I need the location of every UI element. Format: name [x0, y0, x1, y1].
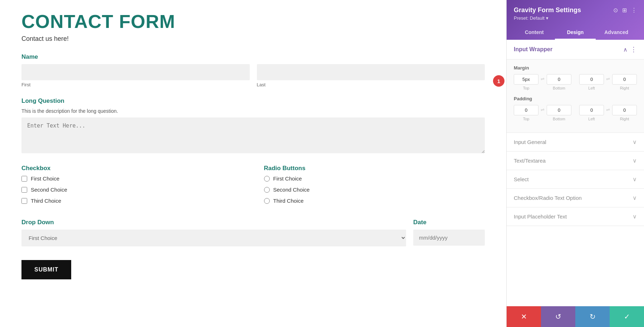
padding-right-group: Right [612, 105, 637, 121]
radio-first[interactable] [264, 176, 270, 182]
padding-lr-link-icon: ⇌ [606, 105, 610, 112]
first-name-col: First [21, 64, 250, 87]
undo-button[interactable]: ↺ [541, 306, 575, 327]
list-item: Third Choice [21, 198, 243, 204]
form-title: CONTACT FORM [21, 11, 485, 32]
margin-inputs-row: Top ⇌ Bottom Left ⇌ Ri [514, 74, 637, 90]
checkbox-list: First Choice Second Choice Third Choice [21, 175, 243, 204]
margin-right-input[interactable] [612, 74, 637, 85]
radio-third[interactable] [264, 198, 270, 204]
radio-second-label: Second Choice [273, 187, 310, 193]
radio-third-label: Third Choice [273, 198, 304, 204]
chevron-down-icon-3: ∨ [633, 176, 637, 183]
dropdown-date-group: Drop Down First Choice Second Choice Thi… [21, 219, 485, 246]
panel-header: Gravity Form Settings ⊙ ⊞ ⋮ Preset: Defa… [507, 0, 644, 40]
long-question-label: Long Question [21, 97, 485, 105]
chevron-down-icon-5: ∨ [633, 213, 637, 220]
list-item: First Choice [21, 175, 243, 182]
margin-top-input[interactable] [514, 74, 538, 85]
margin-top-group: Top [514, 74, 538, 90]
undo-icon: ↺ [555, 312, 561, 321]
input-wrapper-controls: ∧ ⋮ [623, 45, 637, 53]
list-item: Third Choice [264, 198, 485, 204]
checkbox-second[interactable] [21, 187, 27, 193]
margin-bottom-group: Bottom [547, 74, 571, 90]
margin-bottom-label: Bottom [553, 86, 565, 90]
submit-group: Submit [21, 256, 485, 279]
padding-top-input[interactable] [514, 105, 538, 115]
preset-row: Preset: Default ▾ [514, 15, 637, 21]
dropdown-col: Drop Down First Choice Second Choice Thi… [21, 219, 406, 246]
panel-bottom-bar: ✕ ↺ ↻ ✓ [507, 306, 644, 327]
margin-left-input[interactable] [579, 74, 604, 85]
form-subtitle: Contact us here! [21, 35, 485, 43]
padding-bottom-label: Bottom [553, 117, 565, 121]
radio-label: Radio Buttons [264, 165, 485, 172]
list-item: Second Choice [264, 187, 485, 193]
margin-left-label: Left [588, 86, 595, 90]
last-name-input[interactable] [257, 64, 485, 80]
columns-icon[interactable]: ⊞ [622, 7, 627, 14]
margin-left-group: Left [579, 74, 604, 90]
padding-left-input[interactable] [579, 105, 604, 115]
input-placeholder-text-section[interactable]: Input Placeholder Text ∨ [507, 207, 644, 226]
section-dots-icon[interactable]: ⋮ [630, 45, 637, 53]
settings-panel: Gravity Form Settings ⊙ ⊞ ⋮ Preset: Defa… [506, 0, 644, 327]
input-general-section[interactable]: Input General ∨ [507, 133, 644, 152]
name-row: First Last [21, 64, 485, 87]
long-question-field-group: Long Question This is the description fo… [21, 97, 485, 155]
chevron-down-icon-4: ∨ [633, 194, 637, 201]
panel-title-row: Gravity Form Settings ⊙ ⊞ ⋮ [514, 6, 637, 14]
preset-label[interactable]: Preset: Default ▾ [514, 15, 548, 21]
radio-second[interactable] [264, 187, 270, 193]
radio-list: First Choice Second Choice Third Choice [264, 175, 485, 204]
first-name-input[interactable] [21, 64, 250, 80]
tab-advanced[interactable]: Advanced [596, 26, 637, 40]
panel-tabs: Content Design Advanced [514, 26, 637, 40]
long-question-description: This is the description for the long que… [21, 108, 485, 114]
padding-right-input[interactable] [612, 105, 637, 115]
padding-left-group: Left [579, 105, 604, 121]
panel-title: Gravity Form Settings [514, 6, 581, 14]
select-section[interactable]: Select ∨ [507, 170, 644, 189]
checkbox-third[interactable] [21, 198, 27, 204]
margin-section: Margin Top ⇌ Bottom Left [514, 65, 637, 90]
close-button[interactable]: ✕ [507, 306, 541, 327]
padding-section: Padding Top ⇌ Bottom Left [514, 96, 637, 121]
dropdown-select[interactable]: First Choice Second Choice Third Choice [21, 230, 406, 246]
date-input[interactable] [413, 230, 485, 246]
form-area: CONTACT FORM Contact us here! Name First… [0, 0, 506, 327]
checkbox-first[interactable] [21, 176, 27, 182]
checkbox-radio-text-section[interactable]: Checkbox/Radio Text Option ∨ [507, 189, 644, 207]
checkbox-first-label: First Choice [31, 175, 59, 182]
margin-top-label: Top [523, 86, 530, 90]
close-icon: ✕ [521, 312, 527, 321]
long-question-textarea[interactable] [21, 117, 485, 153]
padding-left-label: Left [588, 117, 595, 121]
first-name-sub-label: First [21, 82, 250, 87]
chevron-up-icon[interactable]: ∧ [623, 46, 628, 53]
padding-inputs-row: Top ⇌ Bottom Left ⇌ Ri [514, 105, 637, 121]
margin-lr-link-icon: ⇌ [606, 74, 610, 82]
confirm-button[interactable]: ✓ [610, 306, 644, 327]
margin-right-label: Right [620, 86, 629, 90]
list-item: Second Choice [21, 187, 243, 193]
radio-col: Radio Buttons First Choice Second Choice… [264, 165, 485, 209]
padding-top-group: Top [514, 105, 538, 121]
submit-button[interactable]: Submit [21, 260, 71, 279]
date-col: Date [413, 219, 485, 246]
padding-right-label: Right [620, 117, 629, 121]
checkbox-third-label: Third Choice [31, 198, 61, 204]
dots-icon[interactable]: ⋮ [631, 7, 637, 14]
text-textarea-section[interactable]: Text/Textarea ∨ [507, 152, 644, 170]
input-wrapper-expanded: Margin Top ⇌ Bottom Left [507, 59, 644, 133]
input-wrapper-section-header: Input Wrapper ∧ ⋮ [507, 40, 644, 59]
tab-content[interactable]: Content [514, 26, 555, 40]
target-icon[interactable]: ⊙ [613, 7, 618, 14]
padding-label: Padding [514, 96, 637, 101]
redo-button[interactable]: ↻ [575, 306, 610, 327]
tab-design[interactable]: Design [555, 26, 596, 40]
step-badge: 1 [493, 75, 504, 87]
padding-bottom-input[interactable] [547, 105, 571, 115]
margin-bottom-input[interactable] [547, 74, 571, 85]
